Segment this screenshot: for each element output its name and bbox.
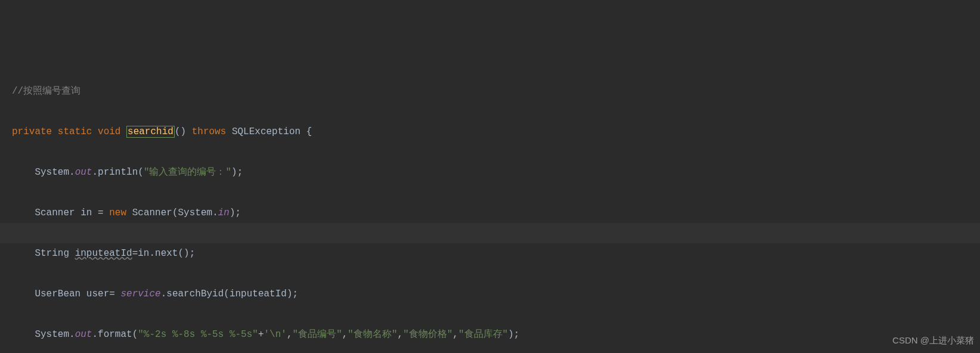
code-line: System.out.format("%-2s %-8s %-5s %-5s"+… [12,324,980,345]
code-line: System.out.println("输入查询的编号："); [12,162,980,182]
method-declaration: searchid [126,126,175,138]
code-line: UserBean user= service.searchByid(inpute… [12,284,980,304]
code-line: Scanner in = new Scanner(System.in); [12,203,980,223]
code-editor[interactable]: //按照编号查询 private static void searchid() … [0,0,980,353]
code-line: //按照编号查询 [12,81,980,101]
code-line: String inputeatId=in.next(); [12,243,980,264]
code-line: private static void searchid() throws SQ… [12,122,980,142]
